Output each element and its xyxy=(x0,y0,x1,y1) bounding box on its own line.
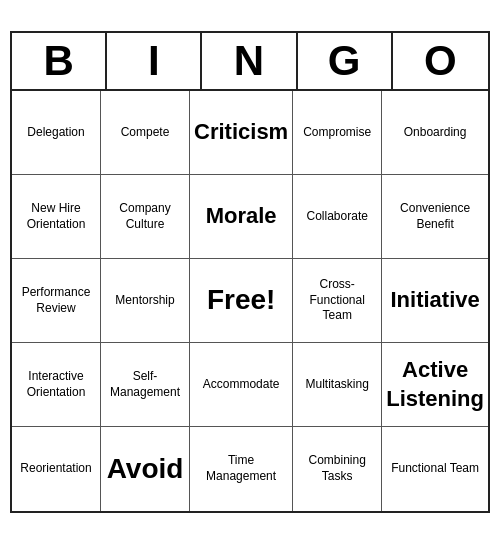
bingo-cell: Mentorship xyxy=(101,259,190,343)
bingo-cell: Functional Team xyxy=(382,427,488,511)
header-letter: O xyxy=(393,33,488,89)
cell-text: Active Listening xyxy=(386,356,484,413)
bingo-cell: Active Listening xyxy=(382,343,488,427)
bingo-cell: Initiative xyxy=(382,259,488,343)
bingo-cell: Self-Management xyxy=(101,343,190,427)
bingo-grid: DelegationCompeteCriticismCompromiseOnbo… xyxy=(10,89,490,513)
cell-text: Interactive Orientation xyxy=(16,369,96,400)
bingo-cell: Delegation xyxy=(12,91,101,175)
bingo-cell: Multitasking xyxy=(293,343,382,427)
header-letter: I xyxy=(107,33,202,89)
bingo-cell: Reorientation xyxy=(12,427,101,511)
cell-text: Company Culture xyxy=(105,201,185,232)
cell-text: Self-Management xyxy=(105,369,185,400)
cell-text: Cross-Functional Team xyxy=(297,277,377,324)
cell-text: Initiative xyxy=(390,286,479,315)
bingo-cell: Criticism xyxy=(190,91,293,175)
bingo-card: BINGO DelegationCompeteCriticismCompromi… xyxy=(10,31,490,513)
cell-text: Morale xyxy=(206,202,277,231)
bingo-cell: Company Culture xyxy=(101,175,190,259)
bingo-cell: Cross-Functional Team xyxy=(293,259,382,343)
header-letter: G xyxy=(298,33,393,89)
bingo-cell: Compromise xyxy=(293,91,382,175)
cell-text: Reorientation xyxy=(20,461,91,477)
cell-text: Onboarding xyxy=(404,125,467,141)
cell-text: Criticism xyxy=(194,118,288,147)
bingo-cell: Time Management xyxy=(190,427,293,511)
cell-text: Convenience Benefit xyxy=(386,201,484,232)
cell-text: Time Management xyxy=(194,453,288,484)
bingo-cell: Compete xyxy=(101,91,190,175)
bingo-cell: Morale xyxy=(190,175,293,259)
cell-text: Combining Tasks xyxy=(297,453,377,484)
header-letter: N xyxy=(202,33,297,89)
cell-text: Accommodate xyxy=(203,377,280,393)
cell-text: Free! xyxy=(207,282,275,318)
cell-text: Delegation xyxy=(27,125,84,141)
cell-text: Avoid xyxy=(107,451,184,487)
bingo-cell: Avoid xyxy=(101,427,190,511)
bingo-cell: Collaborate xyxy=(293,175,382,259)
bingo-header: BINGO xyxy=(10,31,490,89)
cell-text: New Hire Orientation xyxy=(16,201,96,232)
bingo-cell: Interactive Orientation xyxy=(12,343,101,427)
cell-text: Multitasking xyxy=(306,377,369,393)
bingo-cell: Accommodate xyxy=(190,343,293,427)
bingo-cell: Free! xyxy=(190,259,293,343)
bingo-cell: Onboarding xyxy=(382,91,488,175)
bingo-cell: New Hire Orientation xyxy=(12,175,101,259)
cell-text: Compromise xyxy=(303,125,371,141)
cell-text: Collaborate xyxy=(307,209,368,225)
cell-text: Mentorship xyxy=(115,293,174,309)
header-letter: B xyxy=(12,33,107,89)
cell-text: Compete xyxy=(121,125,170,141)
bingo-cell: Performance Review xyxy=(12,259,101,343)
cell-text: Performance Review xyxy=(16,285,96,316)
bingo-cell: Combining Tasks xyxy=(293,427,382,511)
cell-text: Functional Team xyxy=(391,461,479,477)
bingo-cell: Convenience Benefit xyxy=(382,175,488,259)
